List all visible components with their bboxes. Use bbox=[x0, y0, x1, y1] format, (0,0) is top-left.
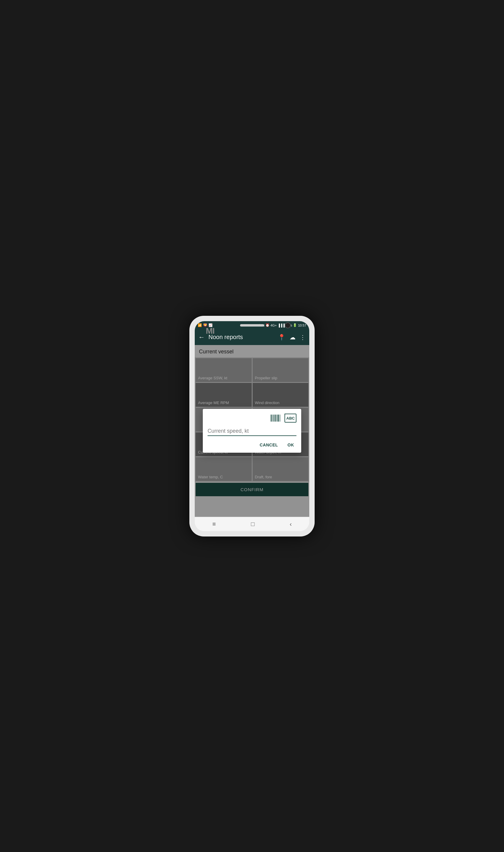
cloud-upload-icon[interactable]: ☁ bbox=[290, 334, 295, 341]
phone-screen: 📶 🌄 📈 ⌖ ★ N ⏰ 4G+ ▐▐▐ 67% 🔋 10:57 ← Noon… bbox=[195, 321, 309, 531]
phone-camera bbox=[285, 322, 291, 328]
main-content: Current vessel Average SSW, kt Propeller… bbox=[195, 345, 309, 517]
svg-rect-1 bbox=[272, 415, 272, 421]
abc-scan-icon[interactable]: ABC bbox=[285, 414, 296, 422]
svg-rect-4 bbox=[275, 415, 275, 421]
input-dialog: ABC CANCEL OK bbox=[203, 409, 301, 453]
cancel-button[interactable]: CANCEL bbox=[257, 441, 280, 449]
dialog-icon-row: ABC bbox=[208, 414, 296, 424]
svg-rect-5 bbox=[276, 415, 276, 421]
phone-speaker bbox=[240, 324, 264, 327]
more-vert-icon[interactable]: ⋮ bbox=[300, 334, 306, 341]
dialog-overlay: ABC CANCEL OK bbox=[195, 345, 309, 517]
dialog-actions: CANCEL OK bbox=[208, 438, 296, 450]
barcode-icon[interactable] bbox=[270, 414, 281, 424]
svg-rect-0 bbox=[271, 415, 272, 421]
svg-rect-8 bbox=[280, 415, 280, 421]
dialog-input-container bbox=[208, 427, 296, 436]
clock-time: 10:57 bbox=[298, 324, 306, 327]
menu-button[interactable]: ≡ bbox=[205, 518, 223, 530]
home-button[interactable]: □ bbox=[244, 518, 262, 530]
back-nav-button[interactable]: ‹ bbox=[283, 518, 299, 530]
alarm-icon: ⏰ bbox=[266, 323, 270, 327]
svg-rect-3 bbox=[274, 415, 274, 421]
network-icon: 4G+ bbox=[270, 324, 277, 327]
svg-rect-6 bbox=[277, 415, 278, 421]
app-bar-actions: 📍 ☁ ⋮ bbox=[278, 334, 306, 341]
wifi-icon: 📶 bbox=[198, 323, 202, 327]
speed-input[interactable] bbox=[208, 427, 296, 436]
bottom-nav: ≡ □ ‹ bbox=[195, 517, 309, 531]
svg-rect-7 bbox=[278, 415, 279, 421]
battery-icon: 🔋 bbox=[293, 323, 297, 327]
mi-logo: MI bbox=[206, 326, 214, 336]
svg-rect-2 bbox=[273, 415, 273, 421]
ok-button[interactable]: OK bbox=[285, 441, 296, 449]
phone-device: MI 📶 🌄 📈 ⌖ ★ N ⏰ 4G+ ▐▐▐ 67% 🔋 10:57 bbox=[190, 316, 314, 537]
app-bar-title: Noon reports bbox=[209, 334, 278, 341]
location-pin-icon[interactable]: 📍 bbox=[278, 334, 285, 341]
signal-bars-icon: ▐▐▐ bbox=[278, 324, 285, 327]
abc-text: ABC bbox=[286, 416, 295, 420]
back-button[interactable]: ← bbox=[198, 333, 205, 341]
